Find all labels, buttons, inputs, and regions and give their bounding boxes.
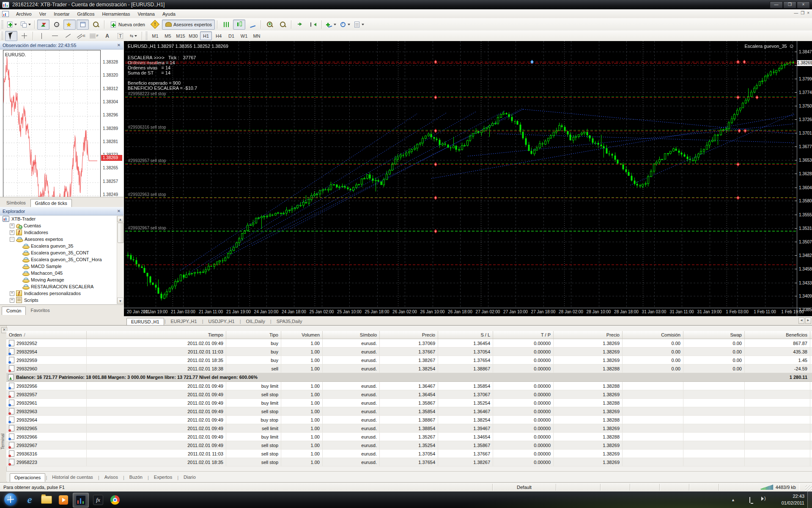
tree-toggle-icon[interactable]: - bbox=[10, 237, 14, 242]
chart-tab-0[interactable]: EURUSD.,H1 bbox=[126, 318, 164, 326]
chart-window-icon[interactable] bbox=[2, 11, 9, 17]
tree-toggle-icon[interactable]: + bbox=[10, 230, 14, 235]
scroll-down-icon[interactable]: ▼ bbox=[117, 298, 123, 304]
column-header-6[interactable]: S / L bbox=[438, 331, 493, 339]
text-label-button[interactable]: T bbox=[114, 31, 126, 41]
mdi-window-buttons[interactable]: —❐× bbox=[794, 11, 809, 15]
terminal-tab-2[interactable]: Avisos bbox=[100, 473, 123, 481]
toolbar-grip[interactable] bbox=[1, 32, 3, 40]
column-header-11[interactable]: Beneficios bbox=[745, 331, 810, 339]
tree-toggle-icon[interactable]: + bbox=[10, 298, 14, 303]
taskbar-chrome[interactable] bbox=[107, 493, 123, 507]
column-header-9[interactable]: Comisión bbox=[623, 331, 683, 339]
order-row-29932964[interactable]: 299329642011.02.01 09:49buy stop1.00euru… bbox=[6, 416, 812, 424]
taskbar-metaeditor[interactable]: fx bbox=[91, 493, 106, 507]
horizontal-line-button[interactable] bbox=[49, 31, 61, 41]
market-watch-close-icon[interactable]: ✕ bbox=[116, 42, 122, 48]
column-header-8[interactable]: Precio bbox=[554, 331, 623, 339]
tree-item-indicadores[interactable]: +ƒIndicadores bbox=[0, 229, 123, 236]
tree-item-escalera-guevon-35-cont[interactable]: Escalera guevon_35_CONT bbox=[0, 249, 123, 256]
fibonacci-button[interactable]: F bbox=[88, 31, 100, 41]
timeframe-m15[interactable]: M15 bbox=[175, 31, 187, 40]
trendline-button[interactable] bbox=[62, 31, 74, 41]
order-row-29932960[interactable]: 299329602011.02.01 18:38sell1.00eurusd.1… bbox=[6, 364, 812, 373]
start-button[interactable] bbox=[4, 493, 17, 506]
navigator-close-icon[interactable]: ✕ bbox=[116, 208, 122, 214]
chart-tab-4[interactable]: SPA35,Daily bbox=[272, 318, 307, 325]
tree-toggle-icon[interactable]: + bbox=[10, 224, 14, 228]
timeframe-w1[interactable]: W1 bbox=[238, 31, 250, 40]
chart-tab-3[interactable]: OIL,Daily bbox=[241, 318, 270, 325]
timeframe-m30[interactable]: M30 bbox=[187, 31, 199, 40]
column-header-5[interactable]: Precio bbox=[380, 331, 438, 339]
order-row-29936316[interactable]: 299363162011.02.01 11:03sell stop1.00eur… bbox=[6, 450, 812, 458]
status-profile[interactable]: Default bbox=[493, 484, 556, 491]
navigator-tab-0[interactable]: Común bbox=[2, 306, 26, 315]
timeframe-h1[interactable]: H1 bbox=[200, 31, 212, 40]
column-header-4[interactable]: Símbolo bbox=[323, 331, 380, 339]
tree-item-escalera-guevon-35-cont-hora[interactable]: Escalera guevon_35_CONT_Hora bbox=[0, 256, 123, 263]
close-button[interactable]: × bbox=[797, 1, 810, 8]
timeframe-mn[interactable]: MN bbox=[251, 31, 263, 40]
tick-chart-canvas[interactable] bbox=[3, 50, 101, 197]
column-header-7[interactable]: T / P bbox=[493, 331, 554, 339]
arrows-button[interactable]: ⇆ bbox=[127, 31, 140, 41]
scroll-up-icon[interactable]: ▲ bbox=[117, 216, 123, 222]
terminal-tab-5[interactable]: Diario bbox=[179, 473, 200, 481]
bar-chart-button[interactable] bbox=[220, 19, 232, 30]
data-window-button[interactable] bbox=[50, 19, 63, 30]
order-row-29932952[interactable]: 299329522011.02.01 09:49buy1.00eurusd.1.… bbox=[6, 339, 812, 348]
tree-toggle-icon[interactable]: + bbox=[10, 291, 14, 296]
menu-ver[interactable]: Ver bbox=[36, 11, 50, 17]
chart-tab-1[interactable]: EURJPY.,H1 bbox=[166, 318, 201, 325]
auto-scroll-button[interactable] bbox=[294, 19, 306, 30]
order-row-29932963[interactable]: 299329632011.02.01 09:49sell stop1.00eur… bbox=[6, 407, 812, 416]
menu-herramientas[interactable]: Herramientas bbox=[98, 11, 134, 17]
profiles-button[interactable] bbox=[19, 19, 32, 30]
toolbar-grip[interactable] bbox=[145, 32, 148, 40]
market-watch-tab-1[interactable]: Gráfico de ticks bbox=[30, 199, 72, 207]
timeframe-m5[interactable]: M5 bbox=[162, 31, 174, 40]
resize-grip[interactable] bbox=[805, 485, 812, 492]
order-row-29932959[interactable]: 299329592011.02.01 18:35buy1.00eurusd.1.… bbox=[6, 356, 812, 364]
vertical-line-button[interactable] bbox=[36, 31, 48, 41]
order-row-29932954[interactable]: 299329542011.02.01 11:03buy1.00eurusd.1.… bbox=[6, 348, 812, 356]
taskbar-metatrader[interactable] bbox=[73, 493, 89, 508]
order-row-29932966[interactable]: 299329662011.02.01 09:49buy limit1.00eur… bbox=[6, 433, 812, 441]
tree-item-macd-sample[interactable]: MACD Sample bbox=[0, 263, 123, 270]
timeframe-m1[interactable]: M1 bbox=[149, 31, 161, 40]
tree-item-escalera-guevon-35[interactable]: Escalera guevon_35 bbox=[0, 243, 123, 249]
restore-button[interactable]: ❐ bbox=[783, 1, 796, 8]
order-row-29932956[interactable]: 299329562011.02.01 09:49buy limit1.00eur… bbox=[6, 382, 812, 390]
taskbar-media-player[interactable] bbox=[56, 493, 71, 507]
menu-ayuda[interactable]: Ayuda bbox=[159, 11, 179, 17]
toolbar-grip[interactable] bbox=[1, 20, 3, 29]
alert-button[interactable]: ! bbox=[149, 19, 161, 30]
tree-item-scripts[interactable]: +Scripts bbox=[0, 297, 123, 304]
crosshair-button[interactable] bbox=[18, 31, 30, 41]
order-row-29932967[interactable]: 299329672011.02.01 09:49sell stop1.00eur… bbox=[6, 441, 812, 450]
column-header-3[interactable]: Volumen bbox=[281, 331, 323, 339]
zoom-out-button[interactable] bbox=[277, 19, 289, 30]
minimize-button[interactable]: — bbox=[770, 1, 783, 8]
tree-item-machacon-045[interactable]: Machacon_045 bbox=[0, 270, 123, 276]
candlestick-button[interactable] bbox=[233, 19, 245, 30]
tree-item-xtb-trader[interactable]: XTB-Trader bbox=[0, 215, 123, 222]
column-header-2[interactable]: Tipo bbox=[226, 331, 281, 339]
strategy-tester-button[interactable] bbox=[90, 19, 102, 30]
volume-icon[interactable] bbox=[760, 497, 765, 502]
menu-ventana[interactable]: Ventana bbox=[134, 11, 159, 17]
terminal-tab-1[interactable]: Historial de cuentas bbox=[47, 473, 98, 481]
terminal-button[interactable] bbox=[77, 19, 89, 30]
tree-item-indicadores-personalizados[interactable]: +ƒIndicadores personalizados bbox=[0, 290, 123, 297]
order-row-29932961[interactable]: 299329612011.02.01 09:49buy limit1.00eur… bbox=[6, 399, 812, 407]
taskbar-internet-explorer[interactable]: e bbox=[22, 493, 37, 507]
expert-advisors-button[interactable]: Asesores expertos bbox=[162, 19, 215, 30]
menu-insertar[interactable]: Insertar bbox=[50, 11, 73, 17]
tree-item-asesores-expertos[interactable]: -Asesores expertos bbox=[0, 236, 123, 243]
tree-item-restauracion-escalera[interactable]: RESTAURACION ESCALERA bbox=[0, 283, 123, 290]
chart-tab-2[interactable]: USDJPY.,H1 bbox=[204, 318, 239, 325]
column-header-1[interactable]: Tiempo bbox=[87, 331, 226, 339]
zoom-in-button[interactable] bbox=[263, 19, 276, 30]
scrollbar-thumb[interactable] bbox=[118, 223, 124, 243]
